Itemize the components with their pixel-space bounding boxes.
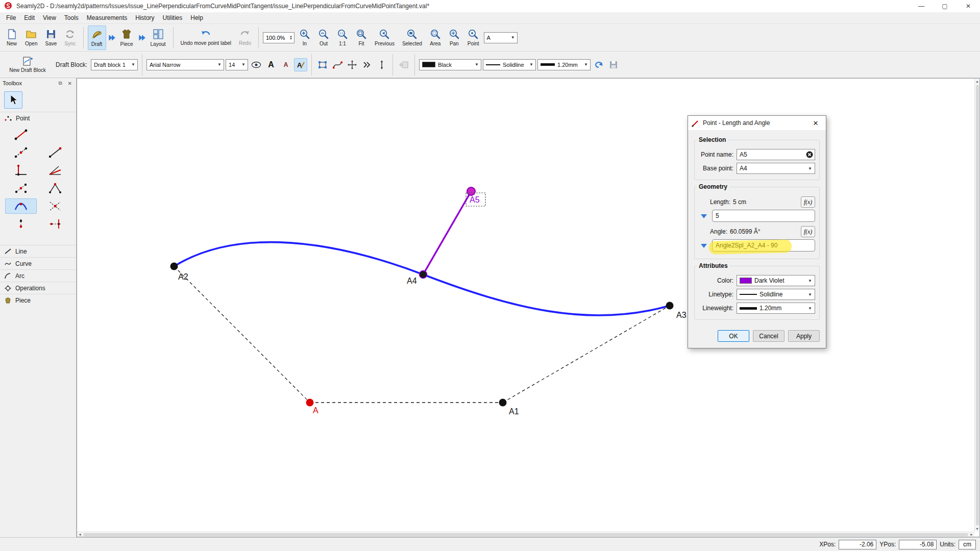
new-button[interactable]: New — [3, 26, 20, 50]
edit-label-button[interactable]: A — [294, 58, 307, 71]
point-a[interactable] — [306, 399, 314, 407]
toolbox-section-point[interactable]: Point — [0, 112, 76, 124]
label-a1[interactable]: A1 — [509, 407, 519, 416]
linetype-combo[interactable]: Solidline ▼ — [483, 59, 536, 70]
save-attributes-button[interactable] — [607, 58, 620, 71]
point-tool-triangle[interactable] — [40, 181, 71, 196]
zoom-pan-button[interactable]: Pan — [446, 26, 463, 50]
dialog-close-button[interactable]: ✕ — [809, 116, 822, 130]
font-combo[interactable]: Arial Narrow ▼ — [146, 59, 224, 70]
point-tool-shoulder[interactable] — [5, 181, 37, 196]
minimize-button[interactable]: — — [910, 0, 933, 12]
shape-nodes-button[interactable] — [316, 58, 329, 71]
zoom-1to1-button[interactable]: 1:1 1:1 — [334, 26, 351, 50]
scroll-left-arrow[interactable]: ◄ — [78, 533, 82, 536]
zoom-spin-arrows[interactable]: ▲▼ — [288, 35, 294, 40]
label-a4[interactable]: A4 — [407, 277, 417, 285]
toolbox-section-line[interactable]: Line — [0, 245, 76, 257]
ok-button[interactable]: OK — [718, 330, 749, 342]
label-a5[interactable]: A5 — [470, 195, 480, 204]
color-combo[interactable]: Dark Violet ▼ — [737, 275, 815, 286]
zoom-area-button[interactable]: Area — [427, 26, 444, 50]
label-a3[interactable]: A3 — [676, 311, 687, 319]
group-tag-button[interactable] — [397, 58, 410, 71]
toolbox-section-piece[interactable]: Piece — [0, 294, 76, 306]
menu-history[interactable]: History — [131, 13, 158, 23]
draft-mode-button[interactable]: Draft — [88, 26, 106, 50]
horizontal-scrollbar[interactable]: ◄ ► — [77, 532, 974, 537]
horizontal-scroll-thumb[interactable] — [83, 533, 968, 536]
menu-edit[interactable]: Edit — [20, 13, 39, 23]
float-panel-icon[interactable]: ⧉ — [57, 80, 63, 86]
point-tool-height[interactable] — [40, 216, 71, 232]
zoom-spinbox[interactable]: 100.0% ▲▼ — [263, 32, 295, 43]
piece-mode-button[interactable]: Piece — [117, 26, 136, 50]
linetype-combo[interactable]: Solidline ▼ — [737, 289, 815, 300]
toolbox-section-arc[interactable]: Arc — [0, 269, 76, 282]
menu-measurements[interactable]: Measurements — [83, 13, 131, 23]
point-a3[interactable] — [666, 302, 674, 310]
toolbox-section-curve[interactable]: Curve — [0, 257, 76, 269]
save-button[interactable]: Save — [42, 26, 60, 50]
perpendicular-line-a4-a5[interactable] — [423, 191, 471, 274]
length-expand-button[interactable] — [699, 210, 709, 221]
point-tool-bisector[interactable] — [40, 163, 71, 178]
line-color-combo[interactable]: Black ▼ — [419, 59, 481, 70]
label-a2[interactable]: A2 — [178, 272, 188, 281]
point-name-input[interactable] — [737, 149, 815, 160]
vertical-flip-button[interactable] — [375, 58, 388, 71]
zoom-out-button[interactable]: Out — [315, 26, 332, 50]
lineweight-combo[interactable]: 1.20mm ▼ — [737, 303, 815, 314]
undo-button[interactable]: Undo move point label — [178, 26, 235, 50]
angle-formula-input[interactable] — [712, 239, 815, 252]
point-tool-intersect[interactable] — [40, 198, 71, 214]
layout-mode-button[interactable]: Layout — [148, 26, 169, 50]
draft-block-combo[interactable]: Draft block 1 ▼ — [91, 59, 138, 70]
zoom-point-button[interactable]: Point — [464, 26, 482, 50]
base-point-combo[interactable]: A4 ▼ — [737, 163, 815, 174]
point-tool-endline[interactable] — [40, 145, 71, 160]
clear-field-icon[interactable] — [806, 151, 813, 158]
menu-utilities[interactable]: Utilities — [159, 13, 187, 23]
scroll-right-arrow[interactable]: ► — [970, 533, 973, 536]
redo-button[interactable]: Redo — [236, 26, 254, 50]
menu-tools[interactable]: Tools — [60, 13, 83, 23]
point-tool-along-line[interactable] — [5, 145, 37, 160]
menu-help[interactable]: Help — [186, 13, 207, 23]
lineweight-combo[interactable]: 1.20mm ▼ — [537, 59, 591, 70]
point-tool-normal[interactable] — [5, 163, 37, 178]
toolbox-section-operations[interactable]: Operations — [0, 282, 76, 294]
scroll-up-arrow[interactable]: ▲ — [975, 80, 979, 83]
zoom-fit-button[interactable]: Fit — [353, 26, 370, 50]
length-formula-button[interactable]: f(x) — [801, 196, 815, 208]
curve-handles-button[interactable] — [331, 58, 344, 71]
close-button[interactable]: ✕ — [957, 0, 980, 12]
zoom-selected-button[interactable]: Selected — [399, 26, 425, 50]
decrease-label-font-button[interactable]: A — [279, 58, 292, 71]
vertical-scrollbar[interactable]: ▲ ▼ — [974, 79, 979, 532]
label-a[interactable]: A — [313, 406, 318, 415]
menu-view[interactable]: View — [39, 13, 60, 23]
sync-button[interactable]: Sync — [61, 26, 79, 50]
zoom-point-combo[interactable]: A ▼ — [484, 32, 518, 43]
apply-button[interactable]: Apply — [788, 330, 820, 342]
cancel-button[interactable]: Cancel — [753, 330, 785, 342]
scroll-down-arrow[interactable]: ▼ — [975, 527, 979, 531]
maximize-button[interactable]: ▢ — [933, 0, 957, 12]
point-a5[interactable] — [467, 187, 475, 195]
open-button[interactable]: Open — [22, 26, 40, 50]
select-tool-button[interactable] — [4, 91, 22, 109]
reset-attributes-button[interactable] — [592, 58, 605, 71]
point-a2[interactable] — [170, 263, 178, 270]
zoom-in-button[interactable]: In — [296, 26, 313, 50]
show-labels-button[interactable] — [250, 58, 263, 71]
move-crosshair-button[interactable] — [346, 58, 359, 71]
font-size-combo[interactable]: 14 ▼ — [226, 59, 248, 70]
point-tool-curve-perpendicular[interactable] — [5, 198, 37, 214]
point-tool-intersect-xy[interactable] — [5, 216, 37, 232]
angle-formula-button[interactable]: f(x) — [801, 226, 815, 237]
length-formula-input[interactable] — [712, 210, 815, 222]
close-panel-icon[interactable]: ✕ — [66, 81, 74, 86]
increase-label-font-button[interactable]: A — [264, 58, 278, 71]
draft-canvas[interactable]: A2 A A1 A3 A4 A5 ◄ ► ▲ ▼ — [77, 78, 980, 537]
